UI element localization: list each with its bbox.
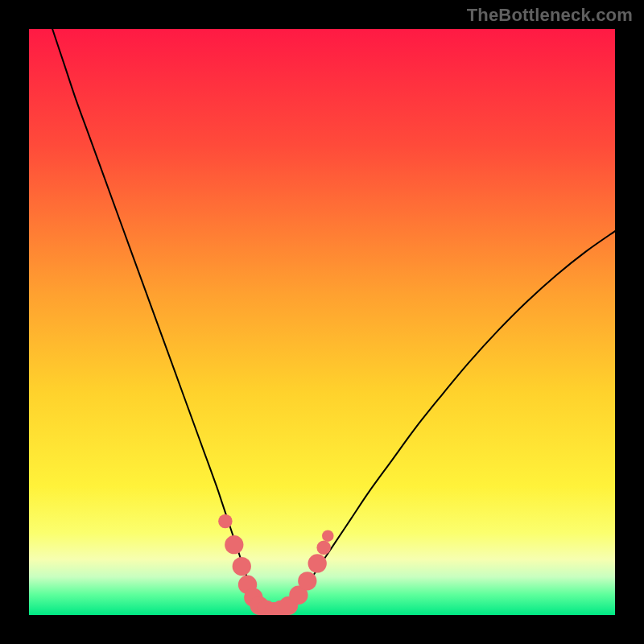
marker-point [316,541,330,555]
marker-point [225,535,243,554]
marker-point [218,514,232,528]
marker-point [322,530,334,542]
marker-point [308,554,327,572]
marker-point [298,572,316,590]
plot-area [29,29,615,615]
watermark-text: TheBottleneck.com [467,5,633,26]
chart-frame: TheBottleneck.com [0,0,644,644]
highlight-markers [29,29,615,615]
marker-point [233,557,251,576]
